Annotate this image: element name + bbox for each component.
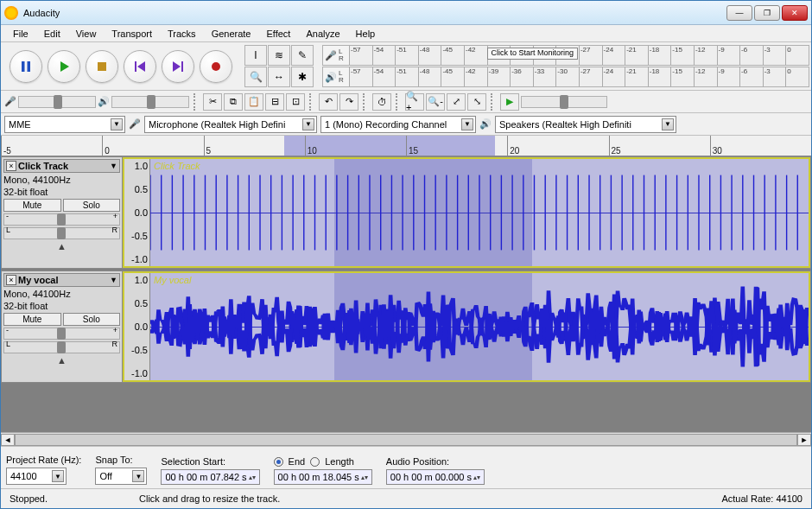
status-rate: Actual Rate: 44100 xyxy=(721,493,802,504)
speaker-icon: 🔊 xyxy=(479,118,492,130)
svg-rect-0 xyxy=(22,61,25,72)
playback-volume-slider[interactable] xyxy=(111,96,189,108)
snap-to-combo[interactable]: Off▼ xyxy=(95,468,147,485)
paste-button[interactable]: 📋 xyxy=(244,93,263,111)
svg-rect-3 xyxy=(98,62,106,71)
play-at-speed-button[interactable]: ▶ xyxy=(500,93,519,111)
maximize-button[interactable]: ❐ xyxy=(754,5,780,21)
track-menu-button[interactable]: ▼ xyxy=(110,162,117,170)
project-rate-combo[interactable]: 44100▼ xyxy=(6,468,67,485)
gain-slider[interactable]: -+ xyxy=(3,213,120,226)
recording-meter-scale[interactable]: -57-54-51-48-45-42-39-36-33-30-27-24-21-… xyxy=(349,46,809,65)
draw-tool-icon[interactable]: ✎ xyxy=(291,45,314,66)
fit-project-button[interactable]: ⤡ xyxy=(467,93,486,111)
menu-tracks[interactable]: Tracks xyxy=(161,27,203,41)
scroll-right-button[interactable]: ► xyxy=(797,434,811,446)
zoom-out-button[interactable]: 🔍- xyxy=(426,93,445,111)
multi-tool-icon[interactable]: ✱ xyxy=(291,67,314,87)
zoom-tool-icon[interactable]: 🔍 xyxy=(244,67,267,87)
cut-button[interactable]: ✂ xyxy=(203,93,222,111)
statusbar: Stopped. Click and drag to resize the tr… xyxy=(1,489,811,508)
track-close-button[interactable]: × xyxy=(6,275,16,285)
gain-slider[interactable]: -+ xyxy=(3,328,120,340)
titlebar[interactable]: Audacity — ❐ ✕ xyxy=(1,1,811,25)
waveform-area[interactable]: 1.00.50.0-0.5-1.0 Click Track xyxy=(123,157,810,268)
pause-button[interactable] xyxy=(10,50,42,83)
menu-view[interactable]: View xyxy=(69,27,104,41)
minimize-button[interactable]: — xyxy=(726,5,752,21)
track-control-panel[interactable]: × My vocal ▼ Mono, 44100Hz 32-bit float … xyxy=(2,271,123,382)
recording-device-combo[interactable]: Microphone (Realtek High Defini▼ xyxy=(144,116,317,133)
skip-end-button[interactable] xyxy=(162,50,194,83)
selection-start-input[interactable]: 00 h 00 m 07.842 s▴▾ xyxy=(161,469,259,485)
device-toolbar: MME▼ 🎤 Microphone (Realtek High Defini▼ … xyxy=(1,113,811,136)
recording-meter[interactable]: 🎤 LR -57-54-51-48-45-42-39-36-33-30-27-2… xyxy=(322,45,809,66)
menu-file[interactable]: File xyxy=(6,27,35,41)
redo-button[interactable]: ↷ xyxy=(339,93,358,111)
trim-button[interactable]: ⊟ xyxy=(265,93,284,111)
pan-slider[interactable]: LR xyxy=(3,227,120,239)
svg-rect-4 xyxy=(135,61,136,72)
track-menu-button[interactable]: ▼ xyxy=(110,276,117,284)
playback-speed-slider[interactable] xyxy=(521,96,607,108)
wave-scale: 1.00.50.0-0.5-1.0 xyxy=(124,273,150,380)
undo-button[interactable]: ↶ xyxy=(319,93,338,111)
audio-position-input[interactable]: 00 h 00 m 00.000 s▴▾ xyxy=(386,469,485,485)
copy-button[interactable]: ⧉ xyxy=(224,93,243,111)
speaker-slider-icon: 🔊 xyxy=(98,96,110,107)
end-radio[interactable] xyxy=(274,457,283,467)
menu-edit[interactable]: Edit xyxy=(37,27,67,41)
track-close-button[interactable]: × xyxy=(6,161,16,171)
menu-help[interactable]: Help xyxy=(349,27,383,41)
close-button[interactable]: ✕ xyxy=(782,5,808,21)
mute-button[interactable]: Mute xyxy=(3,313,61,326)
record-button[interactable] xyxy=(200,50,232,83)
length-radio[interactable] xyxy=(310,457,320,467)
svg-marker-6 xyxy=(173,61,181,72)
playback-meter-scale[interactable]: -57-54-51-48-45-42-39-36-33-30-27-24-21-… xyxy=(349,67,809,86)
envelope-tool-icon[interactable]: ≋ xyxy=(268,45,290,66)
menu-generate[interactable]: Generate xyxy=(205,27,258,41)
track-name[interactable]: My vocal xyxy=(18,275,108,285)
solo-button[interactable]: Solo xyxy=(63,199,121,212)
svg-rect-7 xyxy=(181,61,183,72)
collapse-button[interactable]: ▲ xyxy=(3,241,120,251)
track-control-panel[interactable]: × Click Track ▼ Mono, 44100Hz 32-bit flo… xyxy=(2,157,123,268)
track-name[interactable]: Click Track xyxy=(18,161,108,171)
recording-channels-combo[interactable]: 1 (Mono) Recording Channel▼ xyxy=(320,116,476,133)
pan-slider[interactable]: LR xyxy=(3,341,120,353)
sync-lock-button[interactable]: ⏱ xyxy=(372,93,391,111)
menu-transport[interactable]: Transport xyxy=(105,27,159,41)
scroll-left-button[interactable]: ◄ xyxy=(1,434,15,446)
skip-start-button[interactable] xyxy=(124,50,156,83)
track-format-label: Mono, 44100Hz xyxy=(3,289,120,299)
horizontal-scrollbar[interactable]: ◄ ► xyxy=(1,432,811,446)
mute-button[interactable]: Mute xyxy=(3,199,61,212)
scrollbar-thumb[interactable] xyxy=(16,435,796,445)
play-button[interactable] xyxy=(48,50,80,83)
collapse-button[interactable]: ▲ xyxy=(3,355,120,366)
selection-start-label: Selection Start: xyxy=(161,456,259,467)
stop-button[interactable] xyxy=(86,50,118,83)
menubar: File Edit View Transport Tracks Generate… xyxy=(1,25,811,42)
timeline-ruler[interactable]: -5051015202530 xyxy=(1,136,811,156)
selection-tool-icon[interactable]: I xyxy=(244,45,267,66)
silence-button[interactable]: ⊡ xyxy=(286,93,305,111)
menu-effect[interactable]: Effect xyxy=(260,27,298,41)
solo-button[interactable]: Solo xyxy=(63,313,121,326)
playback-meter[interactable]: 🔊 LR -57-54-51-48-45-42-39-36-33-30-27-2… xyxy=(322,67,809,87)
fit-selection-button[interactable]: ⤢ xyxy=(447,93,466,111)
zoom-in-button[interactable]: 🔍+ xyxy=(405,93,424,111)
status-hint: Click and drag to resize the track. xyxy=(139,493,695,504)
playback-device-combo[interactable]: Speakers (Realtek High Definiti▼ xyxy=(495,116,676,133)
track-format-label: Mono, 44100Hz xyxy=(3,175,120,185)
audio-host-combo[interactable]: MME▼ xyxy=(4,116,125,133)
recording-volume-slider[interactable] xyxy=(18,96,96,108)
mic-icon: 🎤 xyxy=(129,118,141,130)
waveform-svg xyxy=(150,273,809,380)
timeshift-tool-icon[interactable]: ↔ xyxy=(268,67,290,87)
menu-analyze[interactable]: Analyze xyxy=(299,27,346,41)
waveform-area[interactable]: 1.00.50.0-0.5-1.0 My vocal xyxy=(123,271,810,382)
start-monitoring-label[interactable]: Click to Start Monitoring xyxy=(487,48,579,60)
selection-end-input[interactable]: 00 h 00 m 18.045 s▴▾ xyxy=(274,469,372,485)
